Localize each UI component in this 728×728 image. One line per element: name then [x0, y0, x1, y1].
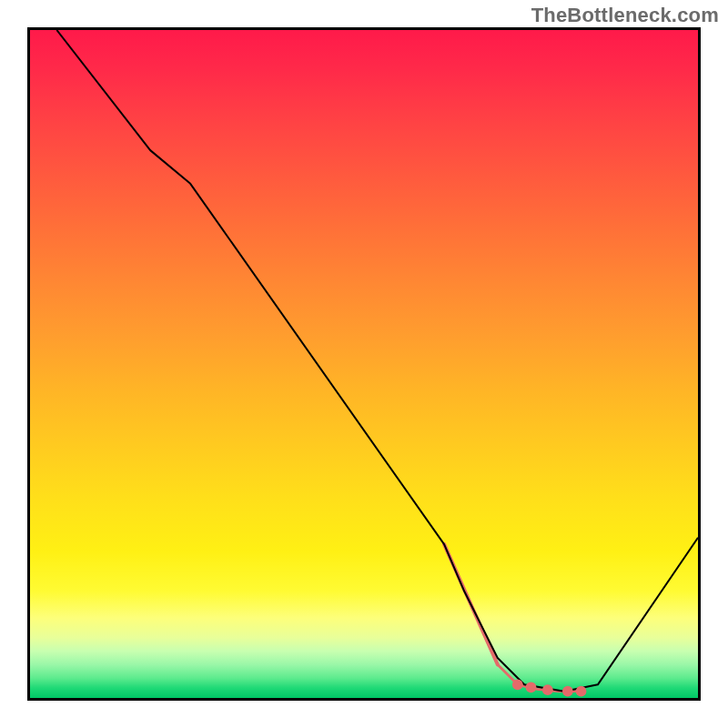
chart-border	[27, 27, 701, 701]
highlight-dot	[512, 679, 523, 690]
highlight-dot	[526, 682, 537, 693]
highlight-layer	[444, 544, 578, 691]
bottleneck-curve-path	[56, 30, 698, 692]
highlight-dot	[562, 686, 573, 697]
highlight-dot	[576, 686, 587, 697]
highlight-dot	[542, 684, 553, 695]
highlight-stroke	[444, 544, 578, 691]
plot-area	[30, 30, 698, 698]
chart-svg	[30, 30, 698, 698]
watermark-text: TheBottleneck.com	[531, 4, 719, 27]
chart-frame: TheBottleneck.com	[0, 0, 728, 728]
dots-layer	[512, 679, 586, 696]
curve-layer	[56, 30, 698, 692]
